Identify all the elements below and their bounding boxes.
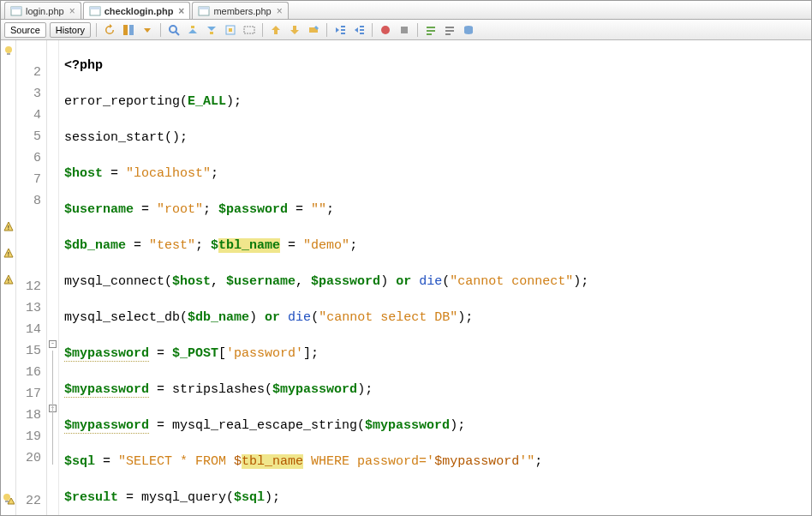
line-number: 16: [16, 362, 41, 383]
refresh-icon[interactable]: [102, 22, 117, 38]
code-line: $sql = "SELECT * FROM $tbl_name WHERE pa…: [64, 451, 811, 472]
svg-rect-1: [11, 7, 21, 9]
line-number: [16, 40, 41, 62]
svg-point-36: [3, 494, 10, 501]
line-number: 15: [16, 340, 41, 362]
tab-label: checklogin.php: [104, 6, 174, 16]
close-icon[interactable]: ×: [69, 6, 75, 16]
code-line: $result = mysql_query($sql);: [64, 487, 811, 508]
svg-rect-32: [7, 53, 10, 55]
separator: [160, 23, 161, 37]
line-number: 18: [16, 405, 41, 426]
svg-text:!: !: [6, 224, 10, 231]
warning-icon[interactable]: !: [1, 248, 15, 269]
source-button[interactable]: Source: [4, 22, 46, 38]
fold-collapse-icon[interactable]: -: [49, 340, 57, 348]
svg-rect-11: [210, 32, 213, 34]
warning-icon[interactable]: !: [1, 274, 15, 296]
code-line: $mypassword = $_POST['password'];: [64, 343, 811, 364]
svg-rect-5: [199, 7, 209, 9]
code-line: $mypassword = stripslashes($mypassword);: [64, 379, 811, 400]
line-number: 12: [16, 276, 41, 297]
hint-bulb-warning-icon[interactable]: [1, 493, 15, 514]
separator: [262, 23, 263, 37]
code-area[interactable]: <?php error_reporting(E_ALL); session_st…: [59, 40, 811, 515]
warning-icon[interactable]: !: [1, 221, 15, 243]
tab-label: login.php: [26, 6, 64, 16]
fold-gutter: - -: [47, 40, 59, 515]
highlight-icon[interactable]: [306, 22, 321, 38]
nav-down-icon[interactable]: [140, 22, 155, 38]
tab-members[interactable]: members.php ×: [192, 2, 288, 19]
php-file-icon: [198, 5, 210, 17]
svg-point-31: [5, 46, 12, 53]
database-icon[interactable]: [461, 22, 476, 38]
code-line: $host = "localhost";: [64, 163, 811, 184]
tab-login[interactable]: login.php ×: [4, 2, 81, 19]
next-bookmark-icon[interactable]: [204, 22, 219, 38]
code-line: $db_name = "test"; $tbl_name = "demo";: [64, 235, 811, 256]
svg-point-22: [381, 26, 390, 34]
uncomment-icon[interactable]: [442, 22, 457, 38]
code-line: <?php: [64, 55, 811, 76]
svg-line-9: [176, 32, 179, 35]
next-occurrence-icon[interactable]: [287, 22, 302, 38]
prev-occurrence-icon[interactable]: [268, 22, 284, 38]
marker-gutter: ! ! !: [1, 40, 16, 515]
comment-icon[interactable]: [423, 22, 439, 38]
line-number: [16, 212, 41, 233]
svg-rect-14: [244, 27, 254, 33]
separator: [326, 23, 327, 37]
macro-record-icon[interactable]: [378, 22, 393, 38]
toggle-bookmark-icon[interactable]: [223, 22, 238, 38]
history-button[interactable]: History: [50, 22, 91, 38]
macro-stop-icon[interactable]: [397, 22, 412, 38]
line-number: [16, 255, 41, 276]
line-number: 4: [16, 105, 41, 126]
code-line: $username = "root"; $password = "";: [64, 199, 811, 220]
line-number: 2: [16, 62, 41, 83]
svg-text:!: !: [6, 250, 10, 258]
prev-bookmark-icon[interactable]: [185, 22, 200, 38]
svg-rect-23: [401, 27, 408, 33]
line-number-gutter: 2 3 4 5 6 7 8 12 13 14 15 16 17 18 19 20…: [16, 40, 47, 515]
close-icon[interactable]: ×: [178, 6, 184, 16]
line-number: 5: [16, 126, 41, 147]
select-in-icon[interactable]: [242, 22, 257, 38]
code-line: session_start();: [64, 127, 811, 148]
close-icon[interactable]: ×: [277, 6, 283, 16]
php-file-icon: [89, 5, 101, 17]
line-number: 6: [16, 147, 41, 169]
search-icon[interactable]: [166, 22, 182, 38]
editor-toolbar: Source History: [1, 20, 811, 40]
line-number: 14: [16, 319, 41, 340]
outdent-icon[interactable]: [332, 22, 348, 38]
code-line: mysql_select_db($db_name) or die("cannot…: [64, 307, 811, 328]
code-editor[interactable]: ! ! ! 2 3 4 5 6 7 8 12 13 14 15 16 17 18…: [1, 40, 811, 515]
svg-rect-6: [123, 25, 128, 35]
svg-point-8: [170, 26, 176, 33]
hint-bulb-icon[interactable]: [1, 45, 15, 66]
line-number: 8: [16, 190, 41, 212]
line-number: 20: [16, 447, 41, 469]
php-file-icon: [10, 5, 22, 17]
line-number: [16, 233, 41, 255]
line-number: [16, 469, 41, 490]
svg-rect-7: [129, 25, 134, 35]
code-line: error_reporting(E_ALL);: [64, 91, 811, 112]
line-number: 17: [16, 383, 41, 405]
line-number: 13: [16, 297, 41, 319]
file-tab-bar: login.php × checklogin.php × members.php…: [1, 1, 811, 20]
svg-rect-13: [229, 28, 232, 32]
line-number: 3: [16, 83, 41, 105]
line-number: 19: [16, 426, 41, 447]
code-line: mysql_connect($host, $username, $passwor…: [64, 271, 811, 292]
separator: [96, 23, 97, 37]
svg-rect-3: [90, 7, 100, 9]
tab-checklogin[interactable]: checklogin.php ×: [83, 2, 191, 19]
line-number: 22: [16, 490, 41, 512]
svg-rect-37: [5, 501, 9, 502]
indent-icon[interactable]: [351, 22, 367, 38]
diff-icon[interactable]: [121, 22, 136, 38]
svg-rect-10: [191, 26, 194, 28]
